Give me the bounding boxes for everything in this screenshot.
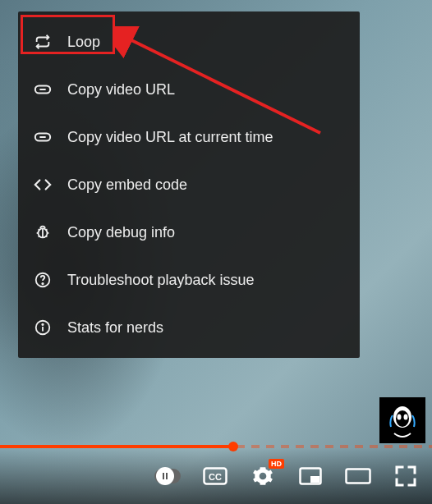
miniplayer-button[interactable] [297, 463, 324, 489]
svg-line-11 [46, 236, 48, 237]
menu-item-label: Copy video URL [67, 81, 175, 99]
bug-icon [33, 222, 53, 242]
link-icon [33, 127, 53, 147]
svg-line-9 [46, 229, 48, 230]
context-menu: Loop Copy video URL Copy video URL at cu… [18, 11, 360, 358]
info-icon [33, 318, 53, 337]
loop-icon [33, 32, 53, 52]
menu-item-copy-url-time[interactable]: Copy video URL at current time [18, 113, 360, 161]
embed-icon [33, 175, 53, 195]
svg-rect-24 [166, 473, 168, 479]
hd-badge: HD [269, 459, 284, 469]
autoplay-toggle[interactable] [154, 463, 181, 489]
svg-line-10 [39, 236, 40, 237]
theater-mode-button[interactable] [345, 463, 371, 489]
link-icon [33, 80, 53, 99]
menu-item-label: Loop [67, 34, 100, 51]
menu-item-label: Copy video URL at current time [67, 129, 273, 146]
menu-item-label: Copy embed code [67, 176, 187, 194]
menu-item-stats[interactable]: Stats for nerds [18, 304, 360, 351]
menu-item-label: Troubleshoot playback issue [67, 272, 254, 289]
svg-point-13 [42, 283, 43, 284]
svg-point-21 [398, 415, 402, 420]
player-controls: CC HD [0, 448, 432, 504]
fullscreen-button[interactable] [393, 463, 419, 489]
menu-item-label: Copy debug info [67, 224, 175, 241]
svg-line-8 [39, 229, 40, 230]
svg-text:CC: CC [209, 472, 222, 482]
menu-item-copy-debug[interactable]: Copy debug info [18, 208, 360, 256]
subtitles-button[interactable]: CC [202, 463, 228, 489]
svg-rect-29 [347, 470, 370, 483]
svg-rect-28 [310, 476, 319, 483]
menu-item-label: Stats for nerds [67, 319, 163, 337]
menu-item-copy-url[interactable]: Copy video URL [18, 66, 360, 113]
menu-item-loop[interactable]: Loop [18, 18, 360, 66]
svg-point-22 [404, 415, 408, 420]
menu-item-troubleshoot[interactable]: Troubleshoot playback issue [18, 256, 360, 304]
svg-rect-23 [163, 473, 164, 479]
settings-button[interactable]: HD [250, 463, 276, 489]
svg-point-15 [42, 324, 43, 325]
menu-item-copy-embed[interactable]: Copy embed code [18, 161, 360, 208]
channel-avatar[interactable] [379, 397, 425, 443]
help-icon [33, 270, 53, 290]
